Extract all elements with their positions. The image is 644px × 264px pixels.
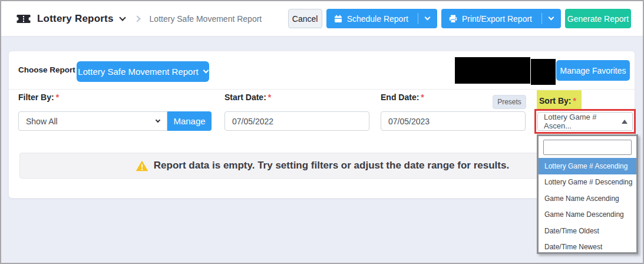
report-selector-label: Lottery Safe Movement Report — [78, 67, 198, 77]
printer-icon — [449, 15, 457, 23]
print-export-report-button[interactable]: Print/Export Report — [441, 9, 561, 28]
required-asterisk: * — [268, 93, 271, 102]
required-asterisk: * — [56, 93, 59, 102]
empty-report-warning: Report data is empty. Try setting filter… — [19, 153, 625, 179]
report-selector-button[interactable]: Lottery Safe Movement Report — [77, 61, 209, 82]
button-divider — [541, 13, 542, 24]
warning-triangle-icon — [136, 160, 148, 171]
filter-by-select[interactable]: Show All — [18, 111, 167, 131]
start-date-label: Start Date:* — [224, 93, 271, 102]
manage-favorites-button[interactable]: Manage Favorites — [556, 60, 630, 81]
filter-by-value: Show All — [26, 117, 58, 126]
sort-option[interactable]: Game Name Descending — [539, 207, 636, 223]
sort-by-label-highlight: Sort By:* — [537, 90, 582, 110]
annotation-red-outline: Lottery Game # Ascen... — [534, 109, 636, 134]
sort-option[interactable]: Lottery Game # Ascending — [539, 158, 636, 174]
schedule-report-label: Schedule Report — [347, 14, 408, 24]
generate-report-button[interactable]: Generate Report — [565, 9, 631, 28]
breadcrumb-arrow-icon — [134, 15, 140, 22]
sort-option[interactable]: Date/Time Newest — [539, 239, 636, 256]
button-divider — [418, 13, 418, 24]
end-date-input[interactable] — [381, 111, 526, 131]
top-header: Lottery Reports Lottery Safe Movement Re… — [1, 1, 643, 37]
sort-dropdown-panel: Lottery Game # Ascending Lottery Game # … — [537, 134, 638, 254]
breadcrumb: Lottery Safe Movement Report — [150, 14, 262, 24]
schedule-report-button[interactable]: Schedule Report — [326, 9, 437, 28]
chevron-down-icon[interactable] — [424, 15, 430, 21]
ticket-icon — [16, 14, 31, 24]
sort-option[interactable]: Date/Time Oldest — [539, 223, 636, 239]
sort-dropdown-search-input[interactable] — [543, 140, 632, 155]
filter-by-label: Filter By:* — [18, 93, 59, 102]
sort-option[interactable]: Lottery Game # Descending — [539, 174, 636, 191]
divider — [9, 89, 635, 90]
chevron-down-icon[interactable] — [119, 14, 126, 21]
sort-by-select[interactable]: Lottery Game # Ascen... — [537, 112, 633, 131]
triangle-up-icon — [622, 120, 628, 124]
chevron-down-icon — [156, 117, 160, 122]
calendar-icon — [334, 15, 342, 23]
required-asterisk: * — [421, 93, 424, 102]
choose-report-label: Choose Report — [18, 65, 75, 74]
presets-button[interactable]: Presets — [493, 95, 526, 109]
manage-filters-button[interactable]: Manage — [167, 111, 212, 131]
redaction-box — [455, 57, 530, 84]
warning-message: Report data is empty. Try setting filter… — [154, 160, 509, 171]
sort-by-value: Lottery Game # Ascen... — [544, 113, 622, 130]
start-date-input[interactable] — [224, 111, 369, 131]
sort-option[interactable]: Game Name Ascending — [539, 190, 636, 207]
print-export-report-label: Print/Export Report — [462, 14, 532, 24]
required-asterisk: * — [573, 96, 576, 105]
sort-by-label: Sort By: — [539, 96, 571, 105]
redaction-box — [531, 59, 556, 85]
chevron-down-icon[interactable] — [549, 15, 554, 21]
cancel-button[interactable]: Cancel — [288, 9, 322, 28]
app-window: Lottery Reports Lottery Safe Movement Re… — [0, 0, 644, 264]
end-date-label: End Date:* — [381, 93, 424, 102]
page-title[interactable]: Lottery Reports — [37, 13, 114, 25]
chevron-down-icon — [203, 68, 209, 74]
